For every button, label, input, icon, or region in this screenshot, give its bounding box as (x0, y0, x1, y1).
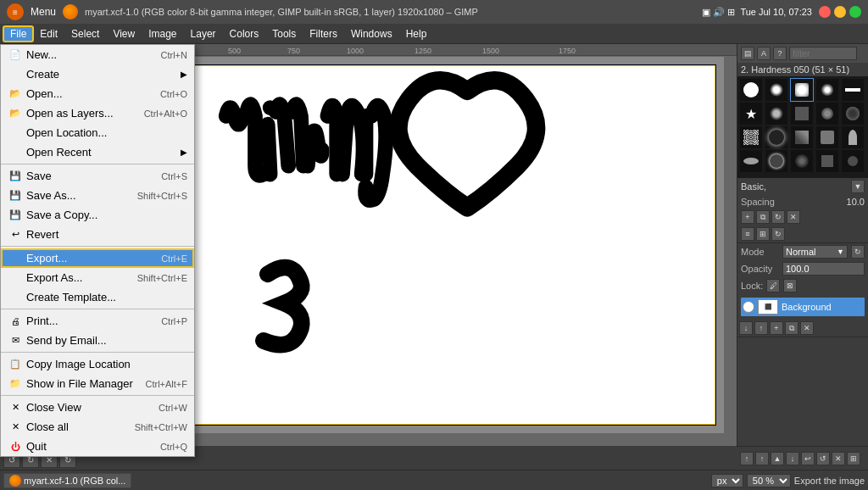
rb-btn8[interactable]: ⊞ (847, 452, 860, 465)
app-menu-icon[interactable]: ≡ (7, 3, 24, 20)
brush-del-btn[interactable]: ✕ (787, 210, 800, 224)
layer-background[interactable]: 👁 ⬛ Background (741, 298, 865, 316)
menu-item-quit[interactable]: ⏻ Quit Ctrl+Q (1, 437, 194, 456)
layer-move-down-btn[interactable]: ↓ (739, 321, 753, 335)
menu-item-open-location[interactable]: Open Location... (1, 123, 194, 142)
brush-item[interactable] (791, 126, 813, 148)
brush-item[interactable] (842, 79, 864, 101)
brush-item[interactable] (740, 126, 762, 148)
brush-item[interactable] (765, 150, 787, 172)
minimize-button[interactable] (834, 6, 846, 18)
filter-input[interactable] (789, 47, 857, 60)
menu-item-open-layers[interactable]: 📂 Open as Layers... Ctrl+Alt+O (1, 103, 194, 123)
layer-new-btn[interactable]: + (770, 321, 783, 335)
menu-item-file-manager[interactable]: 📁 Show in File Manager Ctrl+Alt+F (1, 374, 194, 393)
menu-file[interactable]: File (3, 26, 33, 42)
menu-help[interactable]: Help (399, 26, 434, 42)
rb-btn4[interactable]: ↓ (786, 452, 799, 465)
layer-move-up-btn[interactable]: ↑ (754, 321, 768, 335)
brush-item[interactable] (740, 150, 762, 172)
canvas[interactable] (153, 65, 715, 425)
menu-item-revert[interactable]: ↩ Revert (1, 225, 194, 244)
unit-select[interactable]: px (711, 474, 743, 487)
menu-item-close-view[interactable]: ✕ Close View Ctrl+W (1, 398, 194, 417)
maximize-button[interactable] (849, 6, 861, 18)
panel-btn-1[interactable]: ▤ (741, 47, 754, 60)
basic-dropdown-btn[interactable]: ▼ (851, 180, 865, 193)
lock-alpha-btn[interactable]: ⊠ (783, 279, 797, 292)
menu-item-print[interactable]: 🖨 Print... Ctrl+P (1, 311, 194, 331)
brush-item[interactable] (765, 79, 787, 101)
menu-filters[interactable]: Filters (303, 26, 344, 42)
brush-item[interactable] (791, 150, 813, 172)
menu-item-create[interactable]: Create ▶ (1, 64, 194, 84)
close-all-icon: ✕ (8, 421, 23, 432)
new-icon: 📄 (8, 49, 23, 60)
app-menu-label[interactable]: Menu (31, 6, 56, 18)
lock-pixels-btn[interactable]: 🖊 (766, 279, 780, 292)
open-layers-shortcut: Ctrl+Alt+O (144, 109, 187, 119)
menu-item-open-recent[interactable]: Open Recent ▶ (1, 142, 194, 162)
brush-item[interactable]: ★ (740, 103, 762, 125)
brush-dup-btn[interactable]: ⧉ (756, 210, 770, 224)
brush-item[interactable] (816, 126, 838, 148)
rb-btn7[interactable]: ✕ (832, 452, 845, 465)
menu-item-copy-location[interactable]: 📋 Copy Image Location (1, 354, 194, 374)
menu-image[interactable]: Image (142, 26, 183, 42)
menu-item-save-copy[interactable]: 💾 Save a Copy... (1, 205, 194, 225)
menu-item-new[interactable]: 📄 New... Ctrl+N (1, 45, 194, 64)
close-button[interactable] (819, 6, 831, 18)
menu-layer[interactable]: Layer (184, 26, 223, 42)
menu-view[interactable]: View (106, 26, 142, 42)
menu-edit[interactable]: Edit (33, 26, 64, 42)
menu-item-save[interactable]: 💾 Save Ctrl+S (1, 166, 194, 186)
mode-extra-btn[interactable]: ↻ (851, 245, 865, 259)
menu-item-open[interactable]: 📂 Open... Ctrl+O (1, 84, 194, 103)
rb-btn5[interactable]: ↩ (801, 452, 815, 465)
brush-item[interactable] (842, 150, 864, 172)
mode-value[interactable]: Normal ▼ (782, 245, 848, 259)
brush-item[interactable] (842, 126, 864, 148)
menu-colors[interactable]: Colors (223, 26, 266, 42)
open-location-label: Open Location... (26, 126, 187, 139)
menu-windows[interactable]: Windows (344, 26, 399, 42)
brush-item[interactable] (816, 150, 838, 172)
layer-name: Background (782, 302, 832, 312)
menu-tools[interactable]: Tools (265, 26, 303, 42)
brush-refresh-btn[interactable]: ↻ (771, 210, 785, 224)
rb-btn2[interactable]: ↑ (755, 452, 769, 465)
layer-del-btn[interactable]: ✕ (800, 321, 814, 335)
zoom-select[interactable]: 50 % (747, 474, 791, 487)
taskbar-gimp-item[interactable]: myart.xcf-1.0 (RGB col... (3, 473, 131, 488)
brush-item[interactable] (816, 79, 838, 101)
brush-new-btn[interactable]: + (741, 210, 754, 224)
brush-item-selected[interactable] (791, 79, 813, 101)
rb-btn3[interactable]: ▲ (771, 452, 784, 465)
brush-tb-btn3[interactable]: ↻ (771, 227, 785, 241)
status-text: Export the image (794, 476, 865, 486)
brush-item[interactable] (740, 79, 762, 101)
rb-btn6[interactable]: ↺ (816, 452, 830, 465)
print-shortcut: Ctrl+P (161, 316, 187, 326)
layer-visibility-btn[interactable]: 👁 (743, 301, 754, 313)
menu-item-save-as[interactable]: 💾 Save As... Shift+Ctrl+S (1, 186, 194, 205)
layer-copy-btn[interactable]: ⧉ (785, 321, 798, 335)
panel-btn-3[interactable]: ? (773, 47, 787, 60)
brush-item[interactable] (791, 103, 813, 125)
brush-item[interactable] (765, 103, 787, 125)
brush-item[interactable] (765, 126, 787, 148)
menu-item-export[interactable]: Export... Ctrl+E (1, 248, 194, 268)
brush-item[interactable] (816, 103, 838, 125)
menu-select[interactable]: Select (64, 26, 106, 42)
brush-item[interactable] (842, 103, 864, 125)
brush-tb-btn1[interactable]: ≡ (741, 227, 754, 241)
menu-item-close-all[interactable]: ✕ Close all Shift+Ctrl+W (1, 417, 194, 437)
menu-item-export-as[interactable]: Export As... Shift+Ctrl+E (1, 268, 194, 287)
rb-btn1[interactable]: ↑ (740, 452, 754, 465)
menu-item-create-template[interactable]: Create Template... (1, 287, 194, 307)
menu-item-send-email[interactable]: ✉ Send by Email... (1, 331, 194, 350)
opacity-value[interactable]: 100.0 (782, 262, 865, 276)
open-recent-label: Open Recent (26, 146, 177, 159)
panel-btn-2[interactable]: A (757, 47, 771, 60)
brush-tb-btn2[interactable]: ⊞ (756, 227, 770, 241)
